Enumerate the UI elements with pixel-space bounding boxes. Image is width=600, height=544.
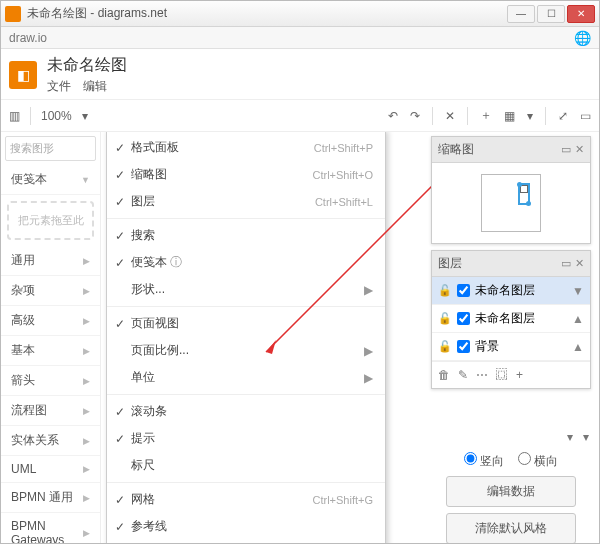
layer-row[interactable]: 🔓未命名图层▲ [432,305,590,333]
body: 搜索图形 便笺本▼ 把元素拖至此 通用▶ 杂项▶ 高级▶ 基本▶ 箭头▶ 流程图… [1,132,599,543]
edit-icon[interactable]: ✎ [458,368,468,382]
menu-item[interactable]: 阴影 [107,540,385,543]
lock-icon[interactable]: 🔓 [438,284,452,297]
header: ◧ 未命名绘图 文件 编辑 [1,49,599,100]
drop-zone[interactable]: 把元素拖至此 [7,201,94,240]
menu-item[interactable]: 标尺 [107,452,385,479]
titlebar: 未命名绘图 - diagrams.net — ☐ ✕ [1,1,599,27]
canvas[interactable]: ✓格式面板Ctrl+Shift+P✓缩略图Ctrl+Shift+O✓图层Ctrl… [101,132,599,543]
close-button[interactable]: ✕ [567,5,595,23]
edit-data-button[interactable]: 编辑数据 [446,476,576,507]
grid-icon[interactable]: ▦ [504,109,515,123]
zoom-dropdown-icon[interactable]: ▾ [82,109,88,123]
layer-row[interactable]: 🔓未命名图层▼ [432,277,590,305]
menu-item[interactable]: ✓缩略图Ctrl+Shift+O [107,161,385,188]
minimize-button[interactable]: — [507,5,535,23]
sidebar-cat-advanced[interactable]: 高级▶ [1,306,100,336]
chevron-down-icon: ▼ [81,175,90,185]
close-icon[interactable]: ✕ [575,257,584,270]
view-menu: ✓格式面板Ctrl+Shift+P✓缩略图Ctrl+Shift+O✓图层Ctrl… [106,132,386,543]
app-icon [5,6,21,22]
trash-icon[interactable]: 🗑 [438,368,450,382]
menu-item[interactable]: ✓页面视图 [107,310,385,337]
minimize-icon[interactable]: ▭ [561,143,571,156]
clear-style-button[interactable]: 清除默认风格 [446,513,576,543]
menu-edit[interactable]: 编辑 [83,78,107,95]
chevron-down-icon[interactable]: ▾ [567,430,573,444]
sidebar-cat-bpmn-gateways[interactable]: BPMN Gateways▶ [1,513,100,543]
menubar: 文件 编辑 [47,78,127,95]
layer-tools: 🗑 ✎ ⋯ ⿴ + [432,361,590,388]
redo-icon[interactable]: ↷ [410,109,420,123]
layer-row[interactable]: 🔓背景▲ [432,333,590,361]
layer-visible-checkbox[interactable] [457,284,470,297]
menu-item[interactable]: ✓便笺本 ⓘ [107,249,385,276]
toolbar: ▥ 100% ▾ ↶ ↷ ✕ ＋ ▦ ▾ ⤢ ▭ [1,100,599,132]
undo-icon[interactable]: ↶ [388,109,398,123]
layers-title: 图层 [438,255,557,272]
radio-portrait[interactable]: 竖向 [464,452,504,470]
window-buttons: — ☐ ✕ [507,5,595,23]
sidebar-cat-general[interactable]: 通用▶ [1,246,100,276]
sidebar: 搜索图形 便笺本▼ 把元素拖至此 通用▶ 杂项▶ 高级▶ 基本▶ 箭头▶ 流程图… [1,132,101,543]
sidebar-cat-misc[interactable]: 杂项▶ [1,276,100,306]
chevron-down-icon[interactable]: ▾ [583,430,589,444]
window: 未命名绘图 - diagrams.net — ☐ ✕ draw.io 🌐 ◧ 未… [0,0,600,544]
globe-icon[interactable]: 🌐 [574,30,591,46]
menu-item[interactable]: 单位▶ [107,364,385,391]
zoom-level[interactable]: 100% [41,109,72,123]
layer-name: 背景 [475,338,499,355]
menu-item[interactable]: 页面比例...▶ [107,337,385,364]
lock-icon[interactable]: 🔓 [438,340,452,353]
sidebar-toggle-icon[interactable]: ▥ [9,109,20,123]
radio-landscape[interactable]: 横向 [518,452,558,470]
menu-item[interactable]: ✓格式面板Ctrl+Shift+P [107,134,385,161]
menu-item[interactable]: ✓图层Ctrl+Shift+L [107,188,385,215]
orientation-radios: 竖向 横向 [464,452,559,470]
layer-visible-checkbox[interactable] [457,340,470,353]
close-icon[interactable]: ✕ [575,143,584,156]
duplicate-icon[interactable]: ⿴ [496,368,508,382]
layers-panel: 图层 ▭ ✕ 🔓未命名图层▼🔓未命名图层▲🔓背景▲ 🗑 ✎ ⋯ ⿴ + [431,250,591,389]
minimize-icon[interactable]: ▭ [561,257,571,270]
sidebar-cat-flowchart[interactable]: 流程图▶ [1,396,100,426]
menu-item[interactable]: ✓参考线 [107,513,385,540]
doc-title[interactable]: 未命名绘图 [47,55,127,76]
window-title: 未命名绘图 - diagrams.net [27,5,507,22]
lock-icon[interactable]: 🔓 [438,312,452,325]
menu-file[interactable]: 文件 [47,78,71,95]
menu-item[interactable]: ✓滚动条 [107,398,385,425]
menu-item[interactable]: ✓搜索 [107,222,385,249]
triangle-icon[interactable]: ▲ [572,340,584,354]
format-icon[interactable]: ▭ [580,109,591,123]
sidebar-cat-entity[interactable]: 实体关系▶ [1,426,100,456]
outline-title: 缩略图 [438,141,557,158]
layer-visible-checkbox[interactable] [457,312,470,325]
triangle-icon[interactable]: ▲ [572,312,584,326]
outline-panel: 缩略图 ▭ ✕ [431,136,591,244]
app-bar: draw.io 🌐 [1,27,599,49]
format-panel: 竖向 横向 编辑数据 清除默认风格 [431,452,591,543]
outline-preview[interactable] [432,163,590,243]
dropdown-icon[interactable]: ▾ [527,109,533,123]
layer-name: 未命名图层 [475,282,535,299]
add-icon[interactable]: ＋ [480,107,492,124]
logo-icon: ◧ [9,61,37,89]
sidebar-cat-uml[interactable]: UML▶ [1,456,100,483]
sidebar-cat-arrows[interactable]: 箭头▶ [1,366,100,396]
right-toolbar: ▾ ▾ [567,430,589,444]
fullscreen-icon[interactable]: ⤢ [558,109,568,123]
maximize-button[interactable]: ☐ [537,5,565,23]
app-label: draw.io [9,31,47,45]
delete-icon[interactable]: ✕ [445,109,455,123]
triangle-icon[interactable]: ▼ [572,284,584,298]
sidebar-cat-basic[interactable]: 基本▶ [1,336,100,366]
search-input[interactable]: 搜索图形 [5,136,96,161]
add-layer-icon[interactable]: + [516,368,523,382]
menu-item[interactable]: ✓提示 [107,425,385,452]
menu-item[interactable]: 形状...▶ [107,276,385,303]
more-icon[interactable]: ⋯ [476,368,488,382]
menu-item[interactable]: ✓网格Ctrl+Shift+G [107,486,385,513]
sidebar-cat-bpmn-general[interactable]: BPMN 通用▶ [1,483,100,513]
sidebar-cat-scratchpad[interactable]: 便笺本▼ [1,165,100,195]
